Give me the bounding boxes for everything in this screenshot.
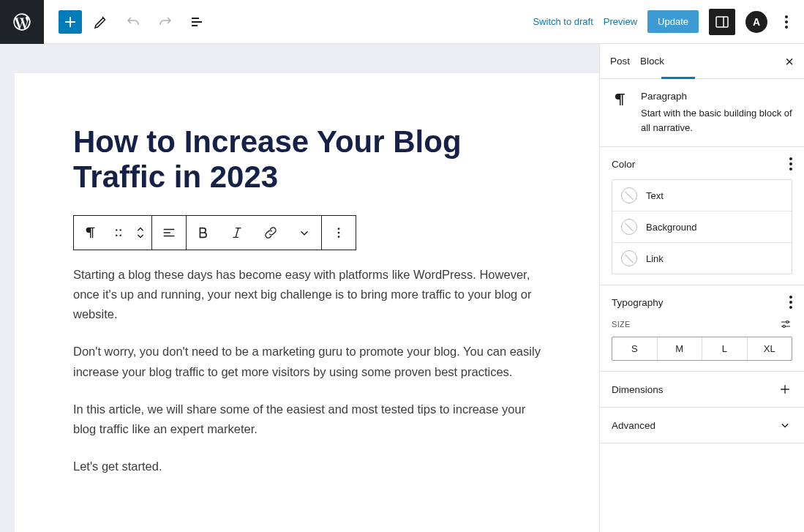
options-menu-button[interactable] — [778, 15, 795, 29]
paragraph-block[interactable]: Don't worry, you don't need to be a mark… — [73, 342, 543, 381]
wordpress-icon — [12, 12, 32, 32]
toolbar-left — [44, 9, 211, 35]
pencil-icon — [92, 13, 110, 31]
background-color-row[interactable]: Background — [612, 211, 792, 243]
add-block-button[interactable] — [59, 10, 82, 34]
paragraph-block[interactable]: In this article, we will share some of t… — [73, 400, 543, 439]
paragraph-block[interactable]: Let's get started. — [73, 457, 543, 476]
tools-button[interactable] — [88, 9, 114, 35]
document-overview-button[interactable] — [184, 9, 211, 35]
bold-icon — [195, 225, 211, 241]
block-description: Paragraph Start with the basic building … — [600, 79, 804, 147]
empty-swatch-icon — [621, 250, 637, 266]
link-color-label: Link — [646, 253, 664, 264]
block-toolbar — [73, 215, 356, 250]
block-type-button[interactable] — [74, 216, 108, 250]
sidebar-tabs: Post Block × — [600, 44, 804, 79]
bold-button[interactable] — [187, 216, 220, 250]
switch-to-draft-link[interactable]: Switch to draft — [533, 16, 593, 27]
svg-point-11 — [786, 321, 789, 323]
typography-panel: Typography SIZE S M L XL — [600, 285, 804, 372]
italic-icon — [229, 225, 245, 241]
link-color-row[interactable]: Link — [612, 243, 792, 274]
typography-panel-title: Typography — [612, 297, 664, 308]
size-s-button[interactable]: S — [612, 337, 658, 360]
text-color-label: Text — [646, 190, 664, 201]
tab-block[interactable]: Block — [640, 44, 675, 79]
plus-icon — [61, 13, 79, 31]
size-xl-button[interactable]: XL — [748, 337, 792, 360]
update-button[interactable]: Update — [647, 10, 699, 33]
svg-point-6 — [116, 234, 117, 236]
link-button[interactable] — [254, 216, 288, 250]
settings-sidebar: Post Block × Paragraph Start with the ba… — [599, 44, 804, 532]
color-panel-options[interactable] — [789, 157, 792, 171]
sliders-icon[interactable] — [779, 318, 792, 331]
svg-point-9 — [338, 231, 340, 233]
chevron-down-icon — [778, 418, 792, 432]
redo-button[interactable] — [152, 9, 179, 35]
list-icon — [189, 13, 206, 31]
redo-icon — [157, 13, 174, 31]
drag-icon — [110, 225, 127, 241]
svg-point-8 — [338, 228, 340, 230]
svg-rect-2 — [716, 17, 728, 27]
align-left-icon — [161, 225, 177, 241]
drag-handle[interactable] — [108, 216, 129, 250]
move-up-down-icon — [132, 225, 149, 241]
tab-post[interactable]: Post — [610, 44, 640, 79]
typography-panel-options[interactable] — [789, 296, 792, 309]
plus-icon — [778, 382, 792, 397]
block-description-text: Start with the basic building block of a… — [641, 106, 792, 135]
user-avatar[interactable]: A — [745, 11, 767, 33]
dimensions-panel-toggle[interactable]: Dimensions — [600, 372, 804, 408]
advanced-label: Advanced — [612, 420, 655, 431]
chevron-down-icon — [296, 225, 312, 241]
paragraph-block[interactable]: Starting a blog these days has become ea… — [73, 265, 543, 325]
post-title[interactable]: How to Increase Your Blog Traffic in 202… — [73, 124, 543, 195]
italic-button[interactable] — [220, 216, 254, 250]
size-l-button[interactable]: L — [702, 337, 748, 360]
undo-button[interactable] — [120, 9, 146, 35]
move-buttons[interactable] — [129, 216, 151, 250]
advanced-panel-toggle[interactable]: Advanced — [600, 408, 804, 443]
settings-toggle-button[interactable] — [709, 9, 735, 35]
top-toolbar: Switch to draft Preview Update A — [0, 0, 804, 44]
size-m-button[interactable]: M — [658, 337, 703, 360]
svg-point-10 — [338, 236, 340, 238]
block-options-button[interactable] — [322, 216, 356, 250]
more-formatting-button[interactable] — [288, 216, 321, 250]
close-sidebar-button[interactable]: × — [785, 54, 794, 69]
empty-swatch-icon — [621, 187, 637, 203]
block-name: Paragraph — [641, 91, 792, 102]
editor-page: How to Increase Your Blog Traffic in 202… — [15, 73, 599, 532]
paragraph-icon — [83, 225, 99, 241]
wordpress-logo[interactable] — [0, 0, 44, 44]
paragraph-icon — [612, 91, 629, 135]
size-label: SIZE — [612, 320, 631, 329]
dimensions-label: Dimensions — [612, 384, 664, 395]
background-color-label: Background — [646, 222, 696, 233]
svg-point-5 — [120, 229, 121, 231]
svg-point-12 — [783, 326, 785, 328]
svg-point-7 — [120, 234, 121, 236]
empty-swatch-icon — [621, 219, 637, 235]
text-color-row[interactable]: Text — [612, 180, 792, 211]
size-buttons: S M L XL — [612, 337, 792, 361]
svg-point-4 — [116, 229, 117, 231]
color-panel-title: Color — [612, 159, 635, 170]
sidebar-icon — [713, 13, 731, 31]
color-panel: Color Text Background Link — [600, 147, 804, 285]
undo-icon — [124, 13, 142, 31]
link-icon — [263, 225, 279, 241]
editor-canvas: How to Increase Your Blog Traffic in 202… — [0, 44, 599, 532]
toolbar-right: Switch to draft Preview Update A — [533, 9, 804, 35]
preview-link[interactable]: Preview — [604, 16, 637, 27]
align-button[interactable] — [152, 216, 186, 250]
kebab-icon — [331, 225, 347, 241]
